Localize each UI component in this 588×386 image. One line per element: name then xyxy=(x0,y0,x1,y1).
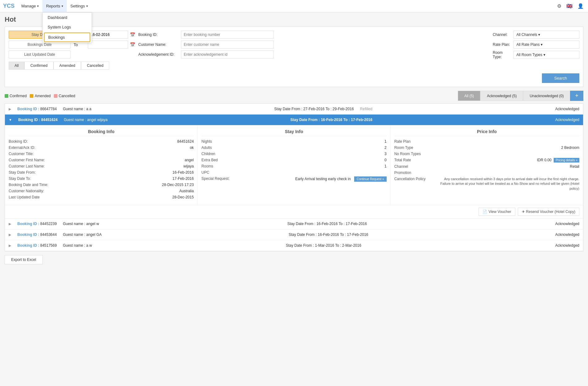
booking-row-header[interactable]: ▶ Booking ID : 86647784 Guest name : a a… xyxy=(5,104,583,114)
status-amended-btn[interactable]: Amended xyxy=(54,62,81,70)
voucher-row: 📄 View Voucher ✈ Resend Voucher (Hotel C… xyxy=(5,205,583,218)
booking-status: Acknowledged xyxy=(555,107,579,111)
booking-row-header-expanded[interactable]: ▼ Booking ID : 84451624 Guest name : ang… xyxy=(5,115,583,125)
tab-acknowledged[interactable]: Acknowledged (5) xyxy=(480,91,523,101)
booking-id-label: Booking ID : 86647784 xyxy=(17,107,57,111)
to-calendar-icon[interactable]: 📅 xyxy=(130,42,135,47)
document-icon: 📄 xyxy=(483,210,487,214)
customer-name-label: Customer Name: xyxy=(138,42,178,47)
resend-voucher-button[interactable]: ✈ Resend Voucher (Hotel Copy) xyxy=(518,208,579,216)
d-last-updated-key: Last Updated Date xyxy=(9,195,46,199)
booking-row: ▶ Booking ID : 84517569 Guest name : a w… xyxy=(5,240,583,251)
nav-settings[interactable]: Settings ▾ xyxy=(67,0,92,12)
settings-icon[interactable]: ⚙ xyxy=(556,2,563,10)
booking-row-header[interactable]: ▶ Booking ID : 84453644 Guest name : ang… xyxy=(5,229,583,240)
booking-guest-expanded: Guest name : angel wijaya xyxy=(64,118,107,122)
booking-status-expanded: Acknowledged xyxy=(555,118,579,122)
detail-nationality: Customer Nationality: Australia xyxy=(9,189,194,193)
booking-stay-expanded: Stay Date From : 16-Feb-2016 To : 17-Feb… xyxy=(290,118,372,122)
booking-row: ▶ Booking ID : 86647784 Guest name : a a… xyxy=(5,104,583,115)
d-channel-val: Retail xyxy=(435,164,579,169)
detail-ack-id: External/Ack ID: ok xyxy=(9,145,194,150)
detail-cancellation: Cancellation Policy Any cancellation rec… xyxy=(394,177,579,191)
detail-no-room-types: No Room Types xyxy=(394,152,579,156)
d-stay-from-key: Stay Date From: xyxy=(9,170,46,175)
booking-info-section: Booking Info Booking ID: 84451624 Extern… xyxy=(5,125,198,205)
d-last-name-key: Customer Last Name: xyxy=(9,164,46,168)
cancelled-legend-label: Cancelled xyxy=(59,94,75,98)
d-cancellation-key: Cancellation Policy xyxy=(394,177,431,181)
search-button[interactable]: Search xyxy=(542,73,579,83)
booking-id-label: Booking ID : 84453644 xyxy=(17,232,57,237)
booking-id-field: Booking ID: xyxy=(138,31,490,39)
rate-plan-select[interactable]: All Rate Plans ▾ xyxy=(513,41,579,49)
booking-id-label: Booking ID: xyxy=(138,33,178,37)
d-extra-bed-val: 0 xyxy=(242,158,386,162)
d-booking-id-val: 84451624 xyxy=(49,139,194,144)
view-voucher-button[interactable]: 📄 View Voucher xyxy=(479,208,515,216)
rate-plan-row: Rate Plan: All Rate Plans ▾ xyxy=(493,41,579,49)
chevron-right-icon: ▶ xyxy=(9,222,11,226)
pricing-details-button[interactable]: Pricing details » xyxy=(554,158,579,163)
last-updated-date-btn[interactable]: Last Updated Date xyxy=(9,50,71,59)
channel-row: Channel: All Channels ▾ xyxy=(493,31,579,39)
d-nationality-val: Australia xyxy=(49,189,194,193)
send-icon: ✈ xyxy=(522,210,525,214)
ack-id-input[interactable] xyxy=(181,50,274,59)
to-date-input[interactable] xyxy=(88,41,128,49)
d-rate-plan-key: Rate Plan xyxy=(394,139,431,144)
ack-id-label: Acknowledgement ID: xyxy=(138,52,178,57)
export-excel-button[interactable]: Export to Excel xyxy=(5,255,43,264)
booking-id-value: 86647784 xyxy=(40,107,57,111)
d-rooms-key: Rooms xyxy=(201,164,238,168)
flag-icon[interactable]: 🇬🇧 xyxy=(565,2,574,10)
status-all-btn[interactable]: All xyxy=(9,62,24,70)
room-type-select[interactable]: All Room Types ▾ xyxy=(513,51,579,59)
d-promotion-key: Promotion xyxy=(394,171,431,175)
nav-reports-arrow: ▾ xyxy=(62,4,63,8)
user-icon[interactable]: 👤 xyxy=(576,2,585,10)
tab-unacknowledged[interactable]: Unacknowledged (0) xyxy=(523,91,570,101)
confirmed-dot xyxy=(5,94,8,98)
customer-name-field: Customer Name: xyxy=(138,41,490,49)
search-area: Search xyxy=(9,72,579,83)
stay-info-section: Stay Info Nights 1 Adults 2 Children 3 xyxy=(198,125,390,205)
bookings-container: ▶ Booking ID : 86647784 Guest name : a a… xyxy=(5,103,583,251)
nav-manage[interactable]: Manage ▾ xyxy=(18,0,42,12)
from-calendar-icon[interactable]: 📅 xyxy=(130,32,135,37)
booking-row-expanded: ▼ Booking ID : 84451624 Guest name : ang… xyxy=(5,115,583,219)
detail-upc: UPC xyxy=(201,170,386,175)
booking-id-label: Booking ID : 84517569 xyxy=(17,243,57,248)
d-room-type-key: Room Type xyxy=(394,145,431,150)
dropdown-bookings[interactable]: Bookings xyxy=(44,33,90,42)
booking-id-input[interactable] xyxy=(181,31,274,39)
stay-info-title: Stay Info xyxy=(201,129,386,136)
d-booking-dt-val: 28-Dec-2015 17:23 xyxy=(51,183,194,187)
booking-row-header[interactable]: ▶ Booking ID : 84517569 Guest name : a w… xyxy=(5,240,583,251)
reports-dropdown: Dashboard System Logs Bookings xyxy=(42,12,92,43)
detail-booking-dt: Booking Date and Time: 28-Dec-2015 17:23 xyxy=(9,183,194,187)
d-children-val: 3 xyxy=(242,152,386,156)
d-cancellation-val: Any cancellation received within 3 days … xyxy=(435,177,579,191)
nav-reports[interactable]: Reports ▾ Dashboard System Logs Bookings xyxy=(42,0,67,12)
from-date-input[interactable] xyxy=(88,31,128,39)
tab-all[interactable]: All (5) xyxy=(458,91,480,101)
continue-request-button[interactable]: Continue Request » xyxy=(354,176,386,182)
booking-status: Acknowledged xyxy=(555,222,579,226)
detail-channel: Channel Retail xyxy=(394,164,579,169)
add-button[interactable]: + xyxy=(570,91,583,101)
status-confirmed-btn[interactable]: Confirmed xyxy=(24,62,53,70)
dropdown-system-logs[interactable]: System Logs xyxy=(43,22,92,32)
channel-select[interactable]: All Channels ▾ xyxy=(513,31,579,39)
d-first-name-key: Customer First Name: xyxy=(9,158,46,162)
status-cancelled-btn[interactable]: Cancelled xyxy=(81,62,109,70)
booking-detail: Booking Info Booking ID: 84451624 Extern… xyxy=(5,125,583,205)
detail-special-request: Special Request: Early Arrival testing e… xyxy=(201,176,386,182)
filter-row: Stay Date Bookings Date Last Updated Dat… xyxy=(9,31,579,59)
dropdown-dashboard[interactable]: Dashboard xyxy=(43,13,92,22)
customer-name-input[interactable] xyxy=(181,41,274,49)
detail-extra-bed: Extra Bed 0 xyxy=(201,158,386,162)
booking-row-header[interactable]: ▶ Booking ID : 84452239 Guest name : ang… xyxy=(5,219,583,229)
d-special-req-key: Special Request: xyxy=(201,176,238,181)
booking-id-prefix: Booking ID : xyxy=(18,118,41,122)
